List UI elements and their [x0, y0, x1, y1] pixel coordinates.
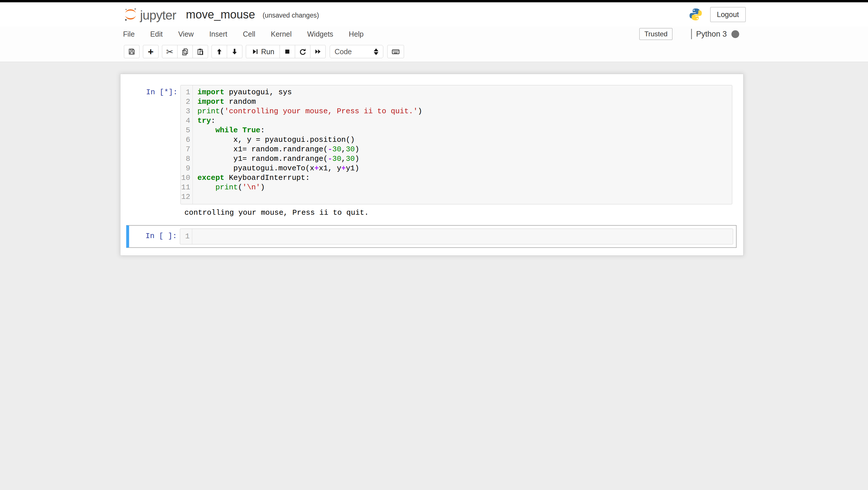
code-line: print('\n')	[197, 183, 730, 192]
command-palette-button[interactable]	[387, 45, 404, 58]
window-top-strip	[0, 0, 868, 2]
menu-item-widgets[interactable]: Widgets	[300, 27, 341, 41]
cell-1-line-numbers: 123456789101112	[181, 85, 193, 204]
menu-item-kernel[interactable]: Kernel	[263, 27, 300, 41]
menubar-right: Trusted Python 3	[639, 27, 739, 41]
notebook-container: In [*]: 123456789101112 import pyautogui…	[120, 74, 744, 256]
add-cell-icon: +	[148, 47, 154, 57]
code-line: x, y = pyautogui.position()	[197, 135, 730, 145]
stop-button[interactable]	[280, 45, 295, 58]
line-number: 12	[181, 192, 190, 202]
cell-type-select[interactable]: Code	[330, 45, 383, 58]
move-cell-up-button[interactable]	[212, 45, 227, 58]
restart-run-all-button[interactable]	[310, 45, 326, 58]
run-button[interactable]: Run	[246, 45, 280, 58]
copy-icon	[181, 48, 189, 56]
cell-1-output-prompt	[120, 208, 180, 218]
cut-cell-button[interactable]: ✂	[162, 45, 178, 58]
menu-items: FileEditViewInsertCellKernelWidgetsHelp	[115, 27, 371, 41]
cell-1-editor[interactable]: 123456789101112 import pyautogui, sysimp…	[180, 85, 732, 204]
trusted-button[interactable]: Trusted	[639, 28, 673, 40]
line-number: 9	[181, 164, 190, 173]
menu-item-file[interactable]: File	[115, 27, 142, 41]
jupyter-logo-text: jupyter	[140, 8, 176, 23]
line-number: 3	[181, 106, 190, 116]
save-icon	[128, 48, 136, 56]
checkpoint-status: (unsaved changes)	[262, 11, 319, 19]
line-number: 4	[181, 116, 190, 126]
notebook-title[interactable]: move_mouse	[186, 8, 255, 21]
code-line	[197, 192, 730, 202]
code-line: while True:	[197, 126, 730, 135]
cell-1-code-area[interactable]: import pyautogui, sysimport randomprint(…	[193, 85, 732, 204]
cell-1-output-text: controlling your mouse, Press ii to quit…	[184, 208, 369, 218]
menu-item-cell[interactable]: Cell	[235, 27, 263, 41]
line-number: 7	[181, 145, 190, 154]
menu-item-help[interactable]: Help	[341, 27, 371, 41]
keyboard-icon	[391, 47, 400, 56]
code-line: import random	[197, 97, 730, 106]
restart-run-all-icon	[314, 48, 321, 55]
code-line: except KeyboardInterrupt:	[197, 173, 730, 183]
menubar: FileEditViewInsertCellKernelWidgetsHelp …	[0, 27, 868, 41]
line-number: 1	[181, 88, 190, 97]
line-number: 6	[181, 135, 190, 145]
toolbar: + ✂	[0, 41, 868, 62]
menu-item-edit[interactable]: Edit	[142, 27, 170, 41]
move-up-icon	[216, 48, 223, 55]
line-number: 10	[181, 173, 190, 183]
code-line	[197, 232, 731, 241]
header: jupyter move_mouse (unsaved changes) Log…	[0, 2, 868, 27]
line-number: 1	[180, 232, 190, 241]
move-down-icon	[231, 48, 238, 55]
move-cell-down-button[interactable]	[227, 45, 242, 58]
code-cell-2-selected[interactable]: In [ ]: 1	[126, 225, 737, 248]
run-icon	[251, 48, 259, 55]
code-line: print('controlling your mouse, Press ii …	[197, 106, 730, 116]
cell-2-code-area[interactable]	[192, 229, 733, 244]
paste-icon	[196, 48, 204, 56]
code-line: import pyautogui, sys	[197, 88, 730, 97]
logout-button[interactable]: Logout	[710, 7, 746, 22]
menu-item-insert[interactable]: Insert	[202, 27, 235, 41]
jupyter-logo-icon	[123, 7, 138, 22]
save-button[interactable]	[124, 45, 140, 58]
notebook-page-background: In [*]: 123456789101112 import pyautogui…	[0, 62, 868, 490]
line-number: 8	[181, 154, 190, 164]
cell-1-input-prompt: In [*]:	[120, 88, 178, 97]
run-button-label: Run	[261, 48, 274, 56]
cell-type-value: Code	[335, 48, 374, 56]
cell-2-line-numbers: 1	[180, 229, 192, 244]
add-cell-button[interactable]: +	[143, 45, 158, 58]
kernel-name: Python 3	[696, 30, 727, 39]
line-number: 11	[181, 183, 190, 192]
cell-1-prompt-area: In [*]:	[120, 85, 180, 204]
cell-2-input-prompt: In [ ]:	[132, 228, 177, 244]
restart-icon	[299, 48, 307, 56]
cell-2-editor[interactable]: 1	[180, 228, 733, 244]
cut-icon: ✂	[166, 47, 173, 57]
copy-cell-button[interactable]	[177, 45, 193, 58]
cell-2-prompt-area: In [ ]:	[132, 228, 180, 244]
jupyter-logo[interactable]: jupyter	[123, 6, 176, 23]
select-arrows-icon	[374, 49, 378, 55]
restart-kernel-button[interactable]	[295, 45, 310, 58]
kernel-separator	[691, 29, 692, 39]
kernel-status-icon	[732, 30, 739, 38]
code-line: try:	[197, 116, 730, 126]
line-number: 5	[181, 126, 190, 135]
paste-cell-button[interactable]	[192, 45, 208, 58]
line-number: 2	[181, 97, 190, 106]
code-line: pyautogui.moveTo(x+x1, y+y1)	[197, 164, 730, 173]
menu-item-view[interactable]: View	[170, 27, 202, 41]
python-logo-icon	[689, 7, 703, 21]
cell-1-output-row: controlling your mouse, Press ii to quit…	[120, 208, 743, 218]
code-cell-1[interactable]: In [*]: 123456789101112 import pyautogui…	[120, 85, 743, 204]
stop-icon	[284, 48, 291, 55]
code-line: y1= random.randrange(-30,30)	[197, 154, 730, 164]
code-line: x1= random.randrange(-30,30)	[197, 145, 730, 154]
